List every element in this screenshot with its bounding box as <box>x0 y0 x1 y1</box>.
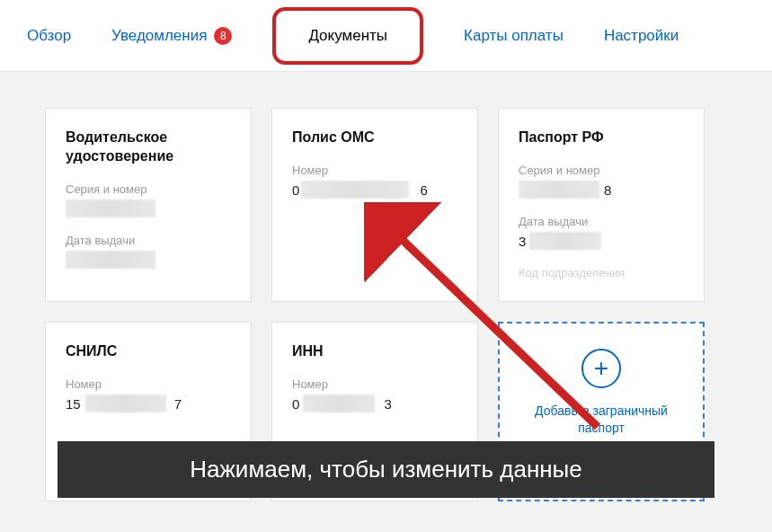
blurred-value <box>66 251 155 269</box>
card-passport-rf[interactable]: Паспорт РФ Серия и номер 8 Дата выдачи 3… <box>498 108 705 302</box>
value-end: 6 <box>421 182 428 198</box>
blurred-value <box>303 395 375 412</box>
add-card-subtitle: и эти данные будут <box>557 447 646 460</box>
tab-notifications[interactable]: Уведомления 8 <box>111 27 232 45</box>
card-oms[interactable]: Полис ОМС Номер 0 6 <box>271 108 478 302</box>
value-end: 7 <box>174 396 182 412</box>
card-inn[interactable]: ИНН Номер 0 3 <box>271 322 478 501</box>
field-label: Серия и номер <box>519 164 684 177</box>
card-title: Полис ОМС <box>292 129 457 147</box>
field-value <box>66 253 231 269</box>
blurred-value <box>529 232 601 250</box>
value-end: 8 <box>604 182 611 198</box>
content-area: Водительское удостоверение Серия и номер… <box>0 72 772 532</box>
documents-grid: Водительское удостоверение Серия и номер… <box>45 108 727 501</box>
field-value: 0 6 <box>292 182 457 199</box>
field-label: Номер <box>66 377 231 391</box>
field-value: 3 <box>519 234 684 250</box>
field-value: 8 <box>519 182 684 199</box>
value-start: 0 <box>292 396 299 412</box>
value-start: 0 <box>292 182 299 198</box>
card-snils[interactable]: СНИЛС Номер 15 7 <box>45 322 252 501</box>
field-value: 15 7 <box>66 396 231 412</box>
tab-notifications-label: Уведомления <box>111 27 207 45</box>
plus-icon: + <box>581 349 621 388</box>
field-value <box>66 201 231 217</box>
field-label: Код подразделения <box>519 266 684 279</box>
tab-payment-cards[interactable]: Карты оплаты <box>464 27 563 45</box>
blurred-value <box>85 395 166 412</box>
card-title: СНИЛС <box>66 342 231 361</box>
blurred-value <box>301 181 409 199</box>
card-title: Паспорт РФ <box>519 129 684 147</box>
card-drivers-license[interactable]: Водительское удостоверение Серия и номер… <box>45 108 252 302</box>
card-title: Водительское удостоверение <box>66 129 231 166</box>
notifications-badge: 8 <box>214 27 232 45</box>
field-label: Дата выдачи <box>66 234 231 247</box>
blurred-value <box>519 181 599 199</box>
blurred-value <box>66 200 155 217</box>
field-label: Номер <box>292 164 457 177</box>
field-label: Номер <box>292 377 457 391</box>
field-value: 0 3 <box>292 396 457 412</box>
add-card-title: Добавьте заграничный паспорт <box>512 403 690 438</box>
field-label: Дата выдачи <box>519 215 684 228</box>
tab-documents[interactable]: Документы <box>272 7 423 65</box>
field-label: Серия и номер <box>66 182 231 196</box>
tabs-nav: Обзор Уведомления 8 Документы Карты опла… <box>0 0 772 72</box>
value-start: 15 <box>66 396 81 412</box>
tab-settings[interactable]: Настройки <box>604 27 679 45</box>
value-end: 3 <box>385 396 392 412</box>
card-add-foreign-passport[interactable]: + Добавьте заграничный паспорт и эти дан… <box>498 322 705 501</box>
value-start: 3 <box>519 234 526 249</box>
card-title: ИНН <box>292 342 457 361</box>
tab-overview[interactable]: Обзор <box>27 27 71 45</box>
